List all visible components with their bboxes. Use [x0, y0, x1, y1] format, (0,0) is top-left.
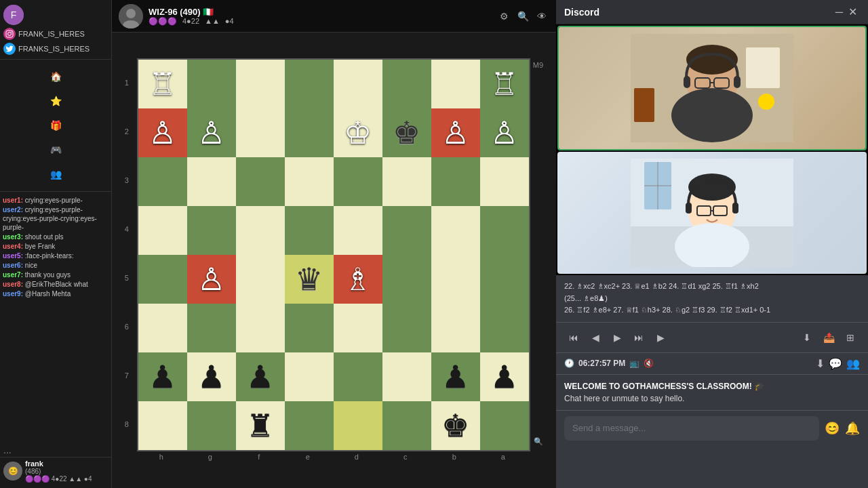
- chess-board[interactable]: ♖ ♖ ♙ ♙ ♔ ♚ ♙ ♙: [137, 58, 530, 451]
- cell-f1[interactable]: [382, 60, 431, 108]
- cell-c1[interactable]: [236, 60, 285, 108]
- discord-minimize-btn[interactable]: ─: [833, 5, 846, 20]
- cell-b4[interactable]: [187, 206, 236, 255]
- cell-g3[interactable]: [431, 157, 480, 206]
- download-stream-icon[interactable]: ⬇: [816, 357, 825, 370]
- cell-a2[interactable]: ♙: [138, 108, 187, 157]
- users-icon[interactable]: 👥: [846, 357, 860, 370]
- cell-f3[interactable]: [382, 157, 431, 206]
- cell-f5[interactable]: [382, 255, 431, 304]
- emoji-btn[interactable]: 😊: [825, 421, 840, 436]
- cell-h5[interactable]: [480, 255, 529, 304]
- cell-e2[interactable]: ♔: [334, 108, 382, 157]
- group-icon[interactable]: 👥: [46, 165, 65, 184]
- cell-d4[interactable]: [285, 206, 334, 255]
- cell-h4[interactable]: [480, 206, 529, 255]
- cell-d5[interactable]: ♛: [285, 255, 334, 304]
- cell-c6[interactable]: [236, 304, 285, 352]
- cell-c3[interactable]: [236, 157, 285, 206]
- cell-c2[interactable]: [236, 108, 285, 157]
- cell-h6[interactable]: [480, 304, 529, 352]
- cell-h2[interactable]: ♙: [480, 108, 529, 157]
- cell-c8[interactable]: ♜: [236, 401, 285, 450]
- cell-a6[interactable]: [138, 304, 187, 352]
- cell-b5[interactable]: ♙: [187, 255, 236, 304]
- cell-g6[interactable]: [431, 304, 480, 352]
- chat-icon[interactable]: 💬: [829, 357, 842, 370]
- cell-e5[interactable]: ♗: [334, 255, 382, 304]
- home-icon[interactable]: 🏠: [46, 67, 65, 86]
- cell-e7[interactable]: [334, 352, 382, 401]
- svg-point-17: [758, 94, 774, 110]
- settings-icon[interactable]: ⚙: [496, 9, 511, 24]
- game-icon[interactable]: 🎮: [46, 140, 65, 159]
- file-labels: h g f e d c b a: [137, 451, 528, 462]
- cell-f6[interactable]: [382, 304, 431, 352]
- notification-icon[interactable]: 🔔: [845, 421, 860, 436]
- cell-a4[interactable]: [138, 206, 187, 255]
- cell-g5[interactable]: [431, 255, 480, 304]
- cell-a3[interactable]: [138, 157, 187, 206]
- cell-b7[interactable]: ♟: [187, 352, 236, 401]
- cell-d1[interactable]: [285, 60, 334, 108]
- cell-b3[interactable]: [187, 157, 236, 206]
- cell-g8[interactable]: ♚: [431, 401, 480, 450]
- prev-move-btn[interactable]: ◀: [586, 328, 605, 347]
- cell-a7[interactable]: ♟: [138, 352, 187, 401]
- cell-h7[interactable]: ♟: [480, 352, 529, 401]
- cell-e8[interactable]: [334, 401, 382, 450]
- cell-b1[interactable]: [187, 60, 236, 108]
- gift-icon[interactable]: 🎁: [46, 116, 65, 135]
- cell-g1[interactable]: [431, 60, 480, 108]
- cell-e1[interactable]: [334, 60, 382, 108]
- last-move-btn[interactable]: ⏭: [629, 328, 648, 347]
- search-icon[interactable]: 🔍: [515, 9, 530, 24]
- cell-g2[interactable]: ♙: [431, 108, 480, 157]
- share-btn[interactable]: 📤: [819, 328, 838, 347]
- cell-d2[interactable]: [285, 108, 334, 157]
- chat-input[interactable]: [564, 416, 819, 441]
- cell-f4[interactable]: [382, 206, 431, 255]
- mute-icon[interactable]: 🔇: [644, 359, 654, 368]
- cell-b8[interactable]: [187, 401, 236, 450]
- more-options[interactable]: ...: [0, 443, 111, 457]
- cell-h8[interactable]: [480, 401, 529, 450]
- grid-btn[interactable]: ⊞: [841, 328, 860, 347]
- cell-h1[interactable]: ♖: [480, 60, 529, 108]
- video-feed-bottom: [557, 152, 867, 274]
- cell-c4[interactable]: [236, 206, 285, 255]
- cell-c7[interactable]: ♟: [236, 352, 285, 401]
- star-icon[interactable]: ⭐: [46, 92, 65, 110]
- cell-d6[interactable]: [285, 304, 334, 352]
- streamer-avatar: 😊: [3, 462, 22, 481]
- streamer-stats: (486): [25, 468, 92, 475]
- person1-video: [559, 27, 865, 149]
- first-move-btn[interactable]: ⏮: [564, 328, 583, 347]
- cell-f7[interactable]: [382, 352, 431, 401]
- discord-close-btn[interactable]: ✕: [846, 4, 860, 20]
- cell-d7[interactable]: [285, 352, 334, 401]
- cell-c5[interactable]: [236, 255, 285, 304]
- cell-a8[interactable]: [138, 401, 187, 450]
- eye-icon[interactable]: 👁: [534, 9, 549, 24]
- sidebar-chat-messages: user1: crying:eyes-purple- user2: crying…: [0, 195, 111, 443]
- cell-b2[interactable]: ♙: [187, 108, 236, 157]
- cell-a5[interactable]: [138, 255, 187, 304]
- cell-b6[interactable]: [187, 304, 236, 352]
- cell-e6[interactable]: [334, 304, 382, 352]
- download-btn[interactable]: ⬇: [797, 328, 816, 347]
- instagram-link[interactable]: FRANK_IS_HERES: [0, 26, 111, 41]
- play-btn[interactable]: ▶: [651, 328, 670, 347]
- cell-g7[interactable]: ♟: [431, 352, 480, 401]
- cell-f8[interactable]: [382, 401, 431, 450]
- cell-e4[interactable]: [334, 206, 382, 255]
- cell-a1[interactable]: ♖: [138, 60, 187, 108]
- twitter-link[interactable]: FRANKS_IS_HERES: [0, 41, 111, 56]
- cell-f2[interactable]: ♚: [382, 108, 431, 157]
- cell-h3[interactable]: [480, 157, 529, 206]
- cell-g4[interactable]: [431, 206, 480, 255]
- cell-e3[interactable]: [334, 157, 382, 206]
- next-move-btn[interactable]: ▶: [608, 328, 627, 347]
- cell-d8[interactable]: [285, 401, 334, 450]
- cell-d3[interactable]: [285, 157, 334, 206]
